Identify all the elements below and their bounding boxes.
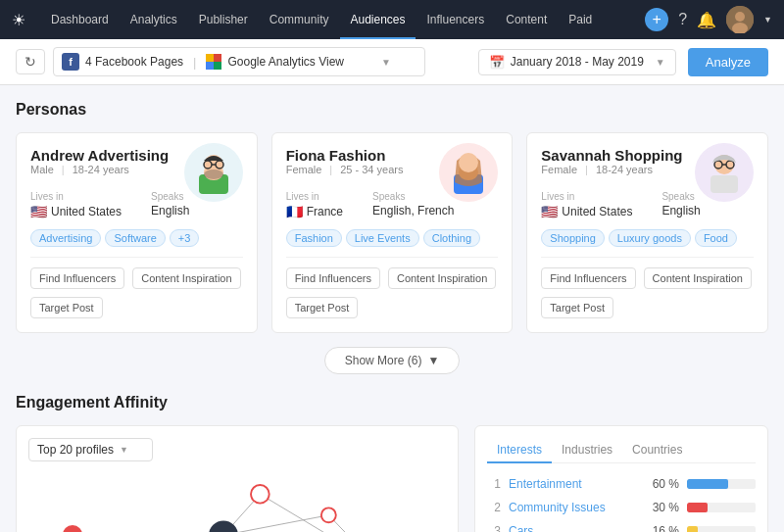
find-influencers-savannah[interactable]: Find Influencers bbox=[541, 267, 635, 289]
tag-luxury[interactable]: Luxury goods bbox=[609, 229, 691, 247]
sep: | bbox=[62, 164, 65, 175]
lives-in-value-savannah: 🇺🇸 United States bbox=[541, 204, 632, 219]
persona-header-fiona: Fiona Fashion Female | 25 - 34 years bbox=[286, 147, 499, 185]
persona-avatar-savannah bbox=[695, 143, 754, 202]
persona-tags-fiona: Fashion Live Events Clothing bbox=[286, 229, 499, 258]
persona-avatar-fiona bbox=[439, 143, 498, 202]
personas-grid: Andrew Advertising Male | 18-24 years bbox=[16, 132, 768, 333]
avatar[interactable] bbox=[726, 6, 754, 33]
persona-age-savannah: 18-24 years bbox=[596, 164, 653, 175]
tag-food[interactable]: Food bbox=[695, 229, 737, 247]
tag-shopping[interactable]: Shopping bbox=[541, 229, 605, 247]
chevron-icon[interactable]: ▼ bbox=[763, 15, 772, 24]
facebook-icon: f bbox=[62, 53, 79, 71]
svg-point-1 bbox=[735, 12, 745, 22]
main-content: Personas Andrew Advertising Male | 18-24… bbox=[0, 85, 784, 532]
nav-item-audiences[interactable]: Audiences bbox=[340, 0, 415, 39]
persona-header-andrew: Andrew Advertising Male | 18-24 years bbox=[30, 147, 243, 185]
sep3: | bbox=[585, 164, 588, 175]
toolbar: ↻ f 4 Facebook Pages | Google Analytics … bbox=[0, 39, 784, 85]
engagement-stats-panel: Interests Industries Countries 1 Enterta… bbox=[474, 425, 768, 532]
eng-pct-3: 16 % bbox=[652, 524, 679, 532]
target-post-fiona[interactable]: Target Post bbox=[286, 297, 359, 318]
date-range-label: January 2018 - May 2019 bbox=[511, 55, 644, 69]
show-more-button[interactable]: Show More (6) ▼ bbox=[324, 347, 461, 374]
add-button[interactable]: + bbox=[645, 8, 668, 31]
speaks-savannah: Speaks English bbox=[662, 191, 700, 219]
persona-gender-fiona: Female bbox=[286, 164, 322, 175]
nav-item-community[interactable]: Community bbox=[260, 0, 339, 39]
help-icon[interactable]: ? bbox=[678, 11, 687, 28]
toolbar-left: ↻ f 4 Facebook Pages | Google Analytics … bbox=[16, 47, 466, 76]
tag-software[interactable]: Software bbox=[105, 229, 165, 247]
personas-title: Personas bbox=[16, 101, 768, 119]
eng-bar-container-1 bbox=[687, 479, 756, 489]
eng-label-community[interactable]: Community Issues bbox=[509, 501, 644, 514]
tab-industries[interactable]: Industries bbox=[552, 438, 622, 463]
tab-interests[interactable]: Interests bbox=[487, 438, 552, 463]
speaks-value-savannah: English bbox=[662, 204, 700, 218]
tag-more-andrew[interactable]: +3 bbox=[170, 229, 200, 247]
nav-item-content[interactable]: Content bbox=[496, 0, 557, 39]
persona-age-andrew: 18-24 years bbox=[73, 164, 129, 175]
network-node-a[interactable] bbox=[63, 525, 83, 532]
analyze-button[interactable]: Analyze bbox=[688, 48, 768, 76]
eng-label-entertainment[interactable]: Entertainment bbox=[509, 477, 644, 491]
nav-item-publisher[interactable]: Publisher bbox=[189, 0, 258, 39]
eng-label-cars[interactable]: Cars bbox=[509, 524, 644, 532]
show-more-chevron-icon: ▼ bbox=[427, 354, 439, 367]
nav-item-analytics[interactable]: Analytics bbox=[121, 0, 187, 39]
nav-item-influencers[interactable]: Influencers bbox=[417, 0, 495, 39]
engagement-title: Engagement Affinity bbox=[16, 394, 768, 411]
persona-actions-fiona: Find Influencers Content Inspiration Tar… bbox=[286, 267, 499, 318]
network-svg: M K bbox=[28, 471, 446, 532]
network-node-d[interactable] bbox=[321, 508, 336, 522]
calendar-icon: 📅 bbox=[489, 55, 505, 70]
date-select[interactable]: 📅 January 2018 - May 2019 ▼ bbox=[478, 49, 676, 75]
nav-item-dashboard[interactable]: Dashboard bbox=[41, 0, 119, 39]
eng-bar-3 bbox=[687, 526, 698, 532]
source-select[interactable]: f 4 Facebook Pages | Google Analytics Vi… bbox=[53, 47, 425, 76]
target-post-savannah[interactable]: Target Post bbox=[541, 297, 613, 318]
tag-live-events[interactable]: Live Events bbox=[346, 229, 419, 247]
bell-icon[interactable]: 🔔 bbox=[697, 11, 716, 29]
tag-fashion[interactable]: Fashion bbox=[286, 229, 342, 247]
speaks-andrew: Speaks English bbox=[151, 191, 189, 219]
eng-num-2: 2 bbox=[487, 501, 501, 514]
engagement-tabs: Interests Industries Countries bbox=[487, 438, 756, 463]
lives-in-andrew: Lives in 🇺🇸 United States bbox=[30, 191, 122, 219]
show-more-row: Show More (6) ▼ bbox=[16, 347, 768, 374]
profile-select[interactable]: Top 20 profiles ▼ bbox=[28, 438, 153, 461]
eng-bar-container-2 bbox=[687, 503, 756, 512]
network-node-c[interactable] bbox=[251, 485, 270, 504]
find-influencers-fiona[interactable]: Find Influencers bbox=[286, 267, 380, 289]
svg-rect-6 bbox=[214, 62, 221, 70]
lives-in-fiona: Lives in 🇫🇷 France bbox=[286, 191, 343, 219]
tab-countries[interactable]: Countries bbox=[622, 438, 692, 463]
persona-avatar-andrew bbox=[184, 143, 243, 202]
eng-pct-2: 30 % bbox=[652, 501, 679, 514]
persona-card-fiona: Fiona Fashion Female | 25 - 34 years bbox=[271, 132, 514, 333]
sep2: | bbox=[329, 164, 332, 175]
date-chevron-icon: ▼ bbox=[656, 57, 665, 68]
content-inspiration-andrew[interactable]: Content Inspiration bbox=[132, 267, 240, 289]
tag-advertising[interactable]: Advertising bbox=[30, 229, 101, 247]
refresh-button[interactable]: ↻ bbox=[16, 49, 45, 74]
persona-header-savannah: Savannah Shopping Female | 18-24 years bbox=[541, 147, 754, 185]
speaks-fiona: Speaks English, French bbox=[372, 191, 454, 219]
target-post-andrew[interactable]: Target Post bbox=[30, 297, 103, 318]
svg-point-11 bbox=[204, 169, 223, 179]
nav-item-paid[interactable]: Paid bbox=[559, 0, 602, 39]
nav-logo: ☀ bbox=[12, 11, 25, 29]
lives-in-label-savannah: Lives in bbox=[541, 191, 632, 202]
navbar: ☀ Dashboard Analytics Publisher Communit… bbox=[0, 0, 784, 39]
persona-age-fiona: 25 - 34 years bbox=[340, 164, 403, 175]
tag-clothing[interactable]: Clothing bbox=[423, 229, 480, 247]
content-inspiration-savannah[interactable]: Content Inspiration bbox=[644, 267, 752, 289]
persona-tags-andrew: Advertising Software +3 bbox=[30, 229, 243, 258]
svg-point-19 bbox=[459, 153, 478, 172]
find-influencers-andrew[interactable]: Find Influencers bbox=[30, 267, 124, 289]
ga-icon bbox=[206, 54, 221, 70]
eng-num-3: 3 bbox=[487, 524, 501, 532]
content-inspiration-fiona[interactable]: Content Inspiration bbox=[388, 267, 496, 289]
